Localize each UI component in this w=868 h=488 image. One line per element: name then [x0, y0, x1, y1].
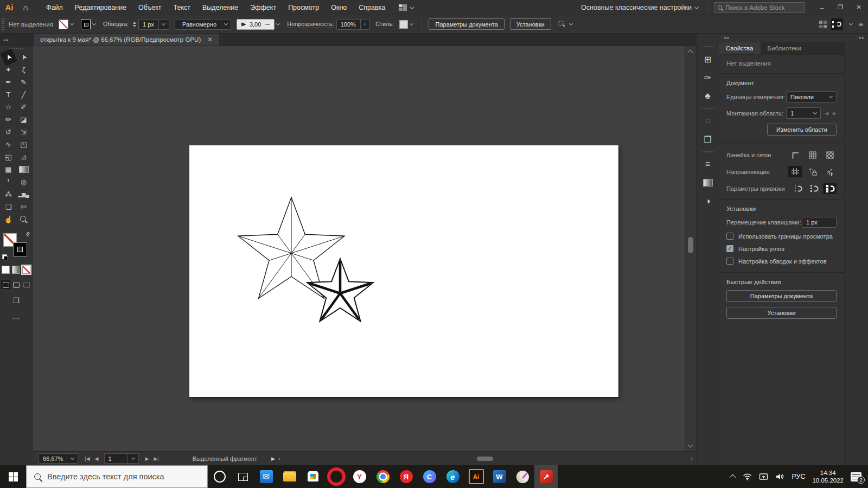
menu-type[interactable]: Текст	[168, 0, 196, 15]
horizontal-scroll-thumb[interactable]	[477, 457, 493, 461]
next-artboard-icon[interactable]: ▶	[145, 456, 149, 461]
screenshot-app-icon[interactable]: ↗	[534, 465, 558, 488]
menu-file[interactable]: Файл	[40, 0, 69, 15]
magic-wand-tool[interactable]: ✦	[2, 63, 16, 76]
artboard-dropdown[interactable]	[128, 453, 139, 464]
edit-artboards-button[interactable]: Изменить области	[767, 124, 837, 136]
notification-center-icon[interactable]: 2	[851, 472, 861, 481]
menu-select[interactable]: Выделение	[196, 0, 244, 15]
chevron-down-icon[interactable]	[849, 22, 853, 25]
snap-to-pixel-icon[interactable]	[823, 183, 837, 194]
file-explorer-icon[interactable]	[278, 465, 301, 488]
qa-preferences-button[interactable]: Установки	[726, 307, 837, 319]
gradient-swatch[interactable]	[12, 266, 20, 274]
chevron-down-icon[interactable]	[694, 4, 699, 9]
workspace-grid-icon[interactable]	[819, 21, 827, 28]
snap-to-point-icon[interactable]	[790, 183, 804, 194]
line-segment-tool[interactable]: ╱	[17, 88, 31, 101]
swap-fill-stroke-icon[interactable]: ⇄	[24, 230, 31, 238]
paint-icon[interactable]	[511, 465, 534, 488]
paintbrush-tool[interactable]: ✐	[17, 101, 31, 113]
language-indicator[interactable]: РУС	[792, 473, 805, 480]
status-display[interactable]: Выделенный фрагмент	[193, 455, 257, 462]
column-graph-tool[interactable]: ▂▆▄	[17, 188, 31, 201]
menu-list-icon[interactable]: ≡	[859, 20, 863, 29]
stroke-label[interactable]: Обводка:	[103, 21, 129, 28]
fill-color-swatch[interactable]	[59, 20, 68, 29]
stroke-proxy[interactable]	[13, 242, 27, 256]
layers-panel-icon[interactable]: ❐	[700, 131, 716, 147]
scale-tool[interactable]: ⇲	[17, 126, 31, 138]
pen-tool[interactable]: ✒	[2, 76, 16, 88]
c-app-icon[interactable]: C	[418, 465, 441, 488]
show-guides-icon[interactable]	[788, 166, 802, 177]
gradient-panel-icon[interactable]	[700, 175, 716, 191]
zoom-dropdown[interactable]	[67, 453, 78, 464]
chrome-icon[interactable]	[371, 465, 394, 488]
vertical-scrollbar[interactable]	[685, 46, 696, 451]
eyedropper-tool[interactable]: ❜	[2, 176, 16, 188]
menu-object[interactable]: Объект	[132, 0, 168, 15]
volume-icon[interactable]	[775, 473, 784, 480]
knife-tool[interactable]: ✄	[17, 201, 31, 213]
yandex-icon[interactable]: Я	[394, 465, 418, 488]
default-fill-stroke-icon[interactable]	[2, 254, 7, 259]
collapse-panel-arrows[interactable]: ◂◂	[0, 34, 34, 46]
status-menu-icon[interactable]: ▶	[271, 456, 275, 461]
qa-document-setup-button[interactable]: Параметры документа	[726, 290, 837, 302]
last-artboard-icon[interactable]: ▶|	[154, 456, 158, 461]
stock-search-input[interactable]	[725, 4, 790, 11]
screen-mode-icon[interactable]: ❐	[13, 297, 20, 305]
keyboard-increment-field[interactable]: 1 px	[802, 217, 837, 228]
wifi-icon[interactable]	[743, 473, 752, 480]
use-preview-bounds-checkbox[interactable]	[726, 233, 733, 240]
opera-icon[interactable]	[324, 465, 348, 488]
rotate-tool[interactable]: ↺	[2, 126, 16, 138]
lock-guides-icon[interactable]	[806, 166, 819, 177]
close-button[interactable]: ✕	[850, 0, 868, 15]
lasso-tool[interactable]: ζ	[17, 63, 31, 76]
blend-tool[interactable]: ◎	[17, 176, 31, 188]
vertical-scroll-thumb[interactable]	[688, 237, 693, 253]
mail-icon[interactable]: ✉	[254, 465, 278, 488]
free-transform-tool[interactable]: ◳	[17, 138, 31, 151]
ruler-icon[interactable]	[788, 149, 802, 160]
control-bar-grip[interactable]	[2, 18, 4, 30]
artboards-panel-icon[interactable]: ⊞	[700, 51, 716, 67]
word-icon[interactable]: W	[488, 465, 511, 488]
microsoft-store-icon[interactable]	[301, 465, 324, 488]
prev-artboard-icon[interactable]: ◀	[825, 111, 828, 116]
brushes-panel-icon[interactable]: ✑	[700, 69, 716, 86]
taskbar-clock[interactable]: 14:34 10.05.2022	[812, 469, 844, 485]
color-panel-icon[interactable]: ◌	[700, 113, 716, 129]
menu-view[interactable]: Просмотр	[282, 0, 325, 15]
collapse-dock-arrows[interactable]: ◂◂	[724, 35, 729, 40]
document-setup-button[interactable]: Параметры документа	[429, 18, 504, 30]
zoom-tool[interactable]	[17, 213, 31, 226]
mesh-tool[interactable]: ▦	[2, 163, 16, 176]
shaper-pencil-tool[interactable]: ✏	[2, 113, 16, 126]
restore-button[interactable]: ❐	[831, 0, 850, 15]
illustrator-icon[interactable]: Ai	[464, 465, 488, 488]
scroll-left-icon[interactable]: ‹	[278, 455, 280, 463]
shape-builder-tool[interactable]: ◱	[2, 151, 16, 163]
menu-effect[interactable]: Эффект	[244, 0, 282, 15]
width-tool[interactable]: ∿	[2, 138, 16, 151]
transparency-panel-icon[interactable]: ◑	[700, 193, 716, 209]
snap-options-icon[interactable]	[558, 20, 575, 29]
gradient-tool[interactable]	[17, 163, 31, 176]
grid-icon[interactable]	[806, 149, 819, 160]
start-button[interactable]	[0, 465, 26, 488]
artboard[interactable]	[189, 145, 618, 397]
units-dropdown[interactable]: Пиксели	[786, 91, 837, 102]
menu-edit[interactable]: Редактирование	[69, 0, 132, 15]
stroke-width-stepper[interactable]	[133, 22, 136, 27]
star-shape-tool[interactable]: ☆	[2, 101, 16, 113]
next-artboard-icon[interactable]: ▶	[833, 111, 837, 116]
snap-to-grid-icon[interactable]	[807, 183, 820, 194]
tab-libraries[interactable]: Библиотеки	[761, 42, 808, 54]
hand-tool[interactable]: ☝	[2, 213, 16, 226]
stock-search-box[interactable]	[714, 2, 805, 13]
chevron-down-icon[interactable]	[70, 22, 74, 25]
cast-icon[interactable]	[759, 473, 768, 480]
